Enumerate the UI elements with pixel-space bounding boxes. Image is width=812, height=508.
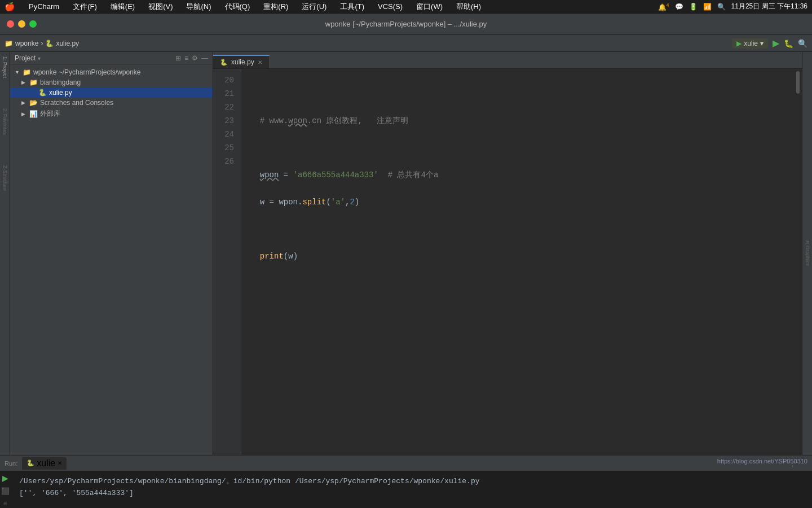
traffic-lights [7, 20, 37, 28]
maximize-button[interactable] [29, 20, 37, 28]
code-editor[interactable]: # www.wpon.cn 原创教程, 注意声明 wpon = 'a666a55… [241, 69, 794, 455]
run-tab-xulie[interactable]: 🐍 xulie ✕ [22, 457, 67, 470]
run-button[interactable]: ▶ [773, 38, 779, 49]
tab-filename: xulie.py [231, 58, 254, 66]
run-output-line1: ['', '666', '555a444a333'] [19, 488, 803, 500]
python-file-icon-xulie: 🐍 [38, 89, 47, 97]
apple-menu[interactable]: 🍎 [5, 2, 15, 12]
run-config-selector[interactable]: ▶ xulie ▾ [732, 38, 768, 49]
breadcrumb-separator: › [41, 40, 43, 47]
menubar-right: 🔔4 💬 🔋 📶 🔍 11月25日 周三 下午11:36 [658, 2, 807, 11]
breadcrumb-file[interactable]: xulie.py [56, 40, 79, 47]
bell-icon[interactable]: 🔔4 [658, 2, 669, 11]
tree-label-extlibs: 外部库 [40, 109, 60, 119]
editor-tab-xulie[interactable]: 🐍 xulie.py ✕ [213, 55, 270, 68]
run-play-icon[interactable]: ▶ [2, 474, 8, 483]
r-graphics-label: R Graphics [805, 240, 810, 266]
menu-edit[interactable]: 编辑(E) [108, 1, 137, 13]
tree-item-xulie[interactable]: 🐍 xulie.py [10, 87, 213, 98]
search-button[interactable]: 🔍 [798, 39, 807, 48]
minimize-button[interactable] [18, 20, 25, 28]
run-output-spacer [19, 500, 803, 508]
expand-arrow-scratches: ▶ [21, 100, 27, 106]
project-dropdown-icon[interactable]: ▾ [38, 55, 41, 62]
breadcrumb-project[interactable]: wponke [15, 40, 38, 47]
tree-item-wponke[interactable]: ▼ 📁 wponke ~/PycharmProjects/wponke [10, 67, 213, 77]
wifi-icon: 📶 [703, 3, 712, 11]
tree-label-xulie: xulie.py [49, 89, 72, 97]
run-config-name: xulie [744, 40, 758, 47]
run-tab-close-icon[interactable]: ✕ [58, 460, 62, 466]
run-tab-name: xulie [37, 458, 55, 468]
menu-refactor[interactable]: 重构(R) [261, 1, 290, 13]
close-button[interactable] [7, 20, 14, 28]
editor-scrollbar[interactable] [794, 69, 802, 455]
code-line-25 [250, 222, 785, 236]
menu-window[interactable]: 窗口(W) [414, 1, 445, 13]
project-icon[interactable]: 1: Project [1, 54, 9, 80]
run-command-line: /Users/ysp/PycharmProjects/wponke/bianbi… [19, 476, 803, 488]
line-numbers: 20 21 22 23 24 25 26 [213, 69, 241, 455]
code-line-23: wpon = 'a666a555a444a333' # 总共有4个a [250, 168, 785, 182]
code-line-22 [250, 141, 785, 155]
tree-label-wponke: wponke ~/PycharmProjects/wponke [33, 68, 140, 76]
menu-help[interactable]: 帮助(H) [454, 1, 483, 13]
run-panel: Run: 🐍 xulie ✕ ⚙ — ▶ ⬛ ≡ ⬇ ↩ 🖨 🗑 /Users/… [0, 455, 812, 508]
line-num-26: 26 [213, 155, 234, 168]
tab-close-icon[interactable]: ✕ [258, 59, 262, 65]
scroll-thumb[interactable] [796, 71, 800, 94]
line-num-20: 20 [213, 73, 234, 87]
breadcrumb: 📁 wponke › 🐍 xulie.py [5, 40, 79, 47]
editor-area: 🐍 xulie.py ✕ 20 21 22 23 24 25 26 # www.… [213, 52, 802, 455]
structure-icon[interactable]: Z-Structure [1, 163, 9, 193]
editor-tabs: 🐍 xulie.py ✕ [213, 52, 802, 69]
titlebar: wponke [~/PycharmProjects/wponke] – .../… [0, 14, 812, 35]
collapse-icon[interactable]: ≡ [184, 54, 188, 62]
menu-nav[interactable]: 导航(N) [184, 1, 213, 13]
tab-python-icon: 🐍 [220, 59, 228, 66]
battery-icon: 🔋 [689, 3, 698, 11]
menu-code[interactable]: 代码(Q) [223, 1, 253, 13]
favorites-icon[interactable]: 2: Favorites [1, 106, 9, 137]
window-title: wponke [~/PycharmProjects/wponke] – .../… [325, 20, 487, 28]
toolbar-right: ▶ xulie ▾ ▶ 🐛 🔍 [732, 38, 807, 49]
editor-content: 20 21 22 23 24 25 26 # www.wpon.cn 原创教程,… [213, 69, 802, 455]
sidebar-header: Project ▾ ⊞ ≡ ⚙ — [10, 52, 213, 65]
code-line-21: # www.wpon.cn 原创教程, 注意声明 [250, 114, 785, 128]
debug-button[interactable]: 🐛 [784, 39, 793, 48]
scratches-icon: 📂 [29, 99, 38, 107]
run-side-controls: ▶ ⬛ ≡ ⬇ ↩ 🖨 🗑 [0, 471, 10, 508]
menu-vcs[interactable]: VCS(S) [376, 1, 405, 12]
project-folder-icon: 📁 [5, 40, 13, 47]
run-output-area: ▶ ⬛ ≡ ⬇ ↩ 🖨 🗑 /Users/ysp/PycharmProjects… [0, 471, 812, 508]
expand-arrow-bianbingdang: ▶ [21, 80, 27, 85]
run-stop-icon[interactable]: ⬛ [1, 487, 10, 495]
menu-view[interactable]: 视图(V) [146, 1, 175, 13]
activity-bar: 1: Project 2: Favorites Z-Structure [0, 52, 10, 455]
line-num-25: 25 [213, 141, 234, 155]
run-list-icon[interactable]: ≡ [3, 500, 7, 507]
menu-pycharm[interactable]: PyCharm [27, 1, 61, 12]
run-icon-small: ▶ [736, 40, 742, 47]
datetime: 11月25日 周三 下午11:36 [731, 2, 807, 11]
menu-run[interactable]: 运行(U) [299, 1, 329, 13]
toolbar: 📁 wponke › 🐍 xulie.py ▶ xulie ▾ ▶ 🐛 🔍 [0, 35, 812, 52]
code-line-26: print(w) [250, 249, 785, 263]
code-line-24: w = wpon.split('a',2) [250, 195, 785, 209]
tree-item-external-libs[interactable]: ▶ 📊 外部库 [10, 108, 213, 120]
line-num-23: 23 [213, 114, 234, 128]
menu-file[interactable]: 文件(F) [70, 1, 99, 13]
expand-all-icon[interactable]: ⊞ [175, 54, 181, 62]
menubar: 🍎 PyCharm 文件(F) 编辑(E) 视图(V) 导航(N) 代码(Q) … [0, 0, 812, 14]
tree-item-scratches[interactable]: ▶ 📂 Scratches and Consoles [10, 98, 213, 108]
tree-item-bianbingdang[interactable]: ▶ 📁 bianbingdang [10, 77, 213, 87]
settings-icon[interactable]: ⚙ [192, 54, 198, 62]
expand-arrow-extlibs: ▶ [21, 111, 27, 117]
run-output-text: /Users/ysp/PycharmProjects/wponke/bianbi… [10, 471, 812, 508]
search-icon[interactable]: 🔍 [717, 3, 726, 11]
chevron-down-icon: ▾ [760, 40, 764, 47]
line-num-24: 24 [213, 128, 234, 141]
tree-label-bianbingdang: bianbingdang [40, 78, 81, 86]
close-sidebar-icon[interactable]: — [201, 54, 208, 62]
menu-tools[interactable]: 工具(T) [338, 1, 367, 13]
